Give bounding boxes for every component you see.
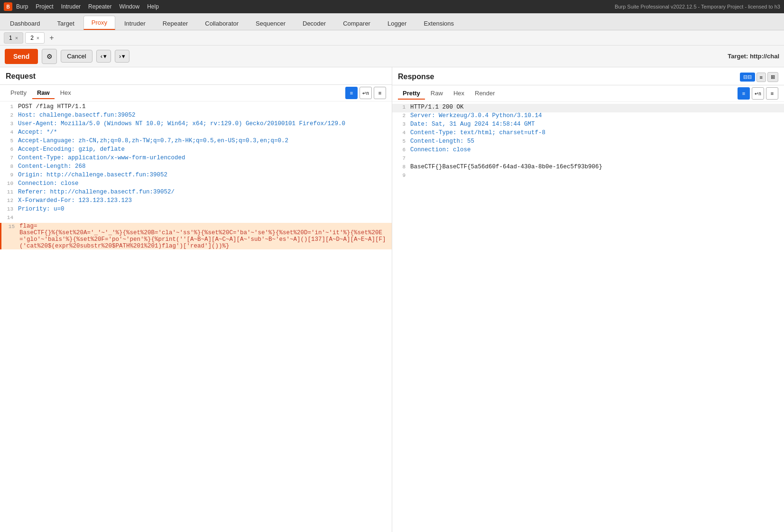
request-view-tabs: Pretty Raw Hex ≡ ↵n ≡ bbox=[0, 85, 392, 101]
tab-collaborator[interactable]: Collaborator bbox=[197, 17, 247, 30]
response-panel: Response ⊟⊟ ≡ ⊞ Pretty Raw Hex Render ≡ bbox=[392, 67, 784, 532]
tab-target[interactable]: Target bbox=[49, 17, 83, 30]
newline-icon: ↵n bbox=[362, 91, 369, 96]
table-row: 6 Connection: close bbox=[392, 147, 784, 155]
menu-icon: ≡ bbox=[378, 90, 381, 96]
table-row: 6 Accept-Encoding: gzip, deflate bbox=[0, 146, 392, 155]
send-button[interactable]: Send bbox=[5, 49, 38, 64]
chevron-left-icon: ‹ bbox=[101, 53, 102, 60]
response-header: Response ⊟⊟ ≡ ⊞ bbox=[392, 67, 784, 85]
table-row: 1 HTTP/1.1 200 OK bbox=[392, 104, 784, 112]
request-actions: ≡ ↵n ≡ bbox=[345, 87, 386, 99]
tab-2-label: 2 bbox=[30, 35, 34, 41]
table-row: 15 flag= BaseCTF{}%{%set%20A='_'~'_'%}{%… bbox=[0, 223, 392, 249]
request-tab-raw[interactable]: Raw bbox=[32, 87, 55, 99]
table-row: 7 bbox=[392, 155, 784, 164]
table-row: 4 Accept: */* bbox=[0, 129, 392, 138]
window-title: Burp Suite Professional v2022.12.5 - Tem… bbox=[615, 4, 780, 9]
tab-sequencer[interactable]: Sequencer bbox=[248, 17, 294, 30]
table-row: 10 Connection: close bbox=[0, 180, 392, 189]
response-view-tabs: Pretty Raw Hex Render ≡ ↵n ≡ bbox=[392, 85, 784, 102]
table-row: 4 Content-Type: text/html; charset=utf-8 bbox=[392, 129, 784, 138]
response-title: Response bbox=[398, 73, 434, 85]
content-area: Request Pretty Raw Hex ≡ ↵n ≡ 1 POST /fl… bbox=[0, 67, 784, 532]
table-row: 8 Content-Length: 268 bbox=[0, 163, 392, 172]
menu-burp[interactable]: Burp bbox=[16, 3, 28, 10]
request-panel: Request Pretty Raw Hex ≡ ↵n ≡ 1 POST /fl… bbox=[0, 67, 392, 532]
table-row: 13 Priority: u=0 bbox=[0, 206, 392, 214]
response-layout-buttons: ⊟⊟ ≡ ⊞ bbox=[740, 72, 778, 82]
menu-repeater[interactable]: Repeater bbox=[88, 3, 111, 10]
response-tab-render[interactable]: Render bbox=[470, 88, 500, 100]
tab-1-label: 1 bbox=[9, 35, 12, 41]
response-actions: ≡ ↵n ≡ bbox=[738, 87, 778, 100]
response-newline-button[interactable]: ↵n bbox=[752, 87, 764, 100]
request-header: Request bbox=[0, 67, 392, 85]
tab-1-close[interactable]: × bbox=[15, 35, 18, 41]
menu-intruder[interactable]: Intruder bbox=[61, 3, 81, 10]
tab-decoder[interactable]: Decoder bbox=[295, 17, 334, 30]
menu-icon: ≡ bbox=[771, 91, 774, 96]
tab-dashboard[interactable]: Dashboard bbox=[2, 17, 48, 30]
main-nav: Dashboard Target Proxy Intruder Repeater… bbox=[0, 13, 784, 30]
pretty-print-icon: ≡ bbox=[742, 91, 745, 96]
dropdown-icon-back: ▾ bbox=[103, 53, 107, 60]
request-newline-button[interactable]: ↵n bbox=[360, 87, 372, 99]
nav-forward-button[interactable]: › ▾ bbox=[115, 50, 129, 63]
response-tab-hex[interactable]: Hex bbox=[449, 88, 469, 100]
tab-intruder[interactable]: Intruder bbox=[116, 17, 154, 30]
table-row: 5 Accept-Language: zh-CN,zh;q=0.8,zh-TW;… bbox=[0, 138, 392, 146]
repeater-tab-bar: 1 × 2 × + bbox=[0, 30, 784, 46]
table-row: 2 Server: Werkzeug/3.0.4 Python/3.10.14 bbox=[392, 112, 784, 121]
dropdown-icon-fwd: ▾ bbox=[122, 53, 125, 60]
layout-vertical-button[interactable]: ⊞ bbox=[767, 72, 778, 82]
newline-icon: ↵n bbox=[755, 91, 761, 96]
vertical-icon: ⊞ bbox=[771, 74, 775, 80]
table-row: 14 bbox=[0, 214, 392, 223]
request-pretty-print-button[interactable]: ≡ bbox=[345, 87, 358, 99]
split-icon: ⊟⊟ bbox=[743, 74, 752, 80]
request-tab-pretty[interactable]: Pretty bbox=[6, 87, 31, 99]
table-row: 9 bbox=[392, 172, 784, 181]
request-code-area[interactable]: 1 POST /flag HTTP/1.1 2 Host: challenge.… bbox=[0, 101, 392, 532]
tab-logger[interactable]: Logger bbox=[379, 17, 415, 30]
add-tab-button[interactable]: + bbox=[46, 33, 56, 43]
table-row: 7 Content-Type: application/x-www-form-u… bbox=[0, 155, 392, 163]
table-row: 12 X-Forwarded-For: 123.123.123.123 bbox=[0, 197, 392, 206]
repeater-tab-1[interactable]: 1 × bbox=[4, 32, 23, 44]
table-row: 9 Origin: http://challenge.basectf.fun:3… bbox=[0, 172, 392, 180]
request-title: Request bbox=[6, 72, 36, 84]
layout-split-button[interactable]: ⊟⊟ bbox=[740, 73, 755, 82]
menu-project[interactable]: Project bbox=[36, 3, 53, 10]
response-tab-pretty[interactable]: Pretty bbox=[398, 88, 425, 100]
table-row: 3 Date: Sat, 31 Aug 2024 14:58:44 GMT bbox=[392, 121, 784, 129]
single-icon: ≡ bbox=[760, 74, 763, 80]
tab-extensions[interactable]: Extensions bbox=[415, 17, 462, 30]
menu-window[interactable]: Window bbox=[119, 3, 139, 10]
pretty-print-icon: ≡ bbox=[350, 90, 353, 96]
cancel-button[interactable]: Cancel bbox=[61, 50, 92, 63]
tab-comparer[interactable]: Comparer bbox=[335, 17, 378, 30]
table-row: 5 Content-Length: 55 bbox=[392, 138, 784, 147]
tab-repeater[interactable]: Repeater bbox=[155, 17, 196, 30]
menu-help[interactable]: Help bbox=[147, 3, 159, 10]
target-label: Target: http://chal bbox=[728, 53, 779, 60]
chevron-right-icon: › bbox=[119, 53, 121, 60]
tab-2-close[interactable]: × bbox=[37, 35, 39, 41]
menu-bar: Burp Project Intruder Repeater Window He… bbox=[16, 3, 159, 10]
response-tab-raw[interactable]: Raw bbox=[426, 88, 448, 100]
request-tab-hex[interactable]: Hex bbox=[55, 87, 76, 99]
table-row: 1 POST /flag HTTP/1.1 bbox=[0, 103, 392, 112]
table-row: 8 BaseCTF{}BaseCTF{5a56d60f-64ad-430a-8b… bbox=[392, 164, 784, 172]
settings-button[interactable]: ⚙ bbox=[42, 49, 57, 64]
table-row: 3 User-Agent: Mozilla/5.0 (Windows NT 10… bbox=[0, 120, 392, 129]
repeater-tab-2[interactable]: 2 × bbox=[25, 32, 45, 44]
app-icon: B bbox=[4, 2, 12, 11]
nav-back-button[interactable]: ‹ ▾ bbox=[96, 50, 111, 63]
tab-proxy[interactable]: Proxy bbox=[83, 16, 115, 30]
layout-single-button[interactable]: ≡ bbox=[756, 73, 766, 82]
response-code-area[interactable]: 1 HTTP/1.1 200 OK 2 Server: Werkzeug/3.0… bbox=[392, 102, 784, 532]
request-menu-button[interactable]: ≡ bbox=[374, 87, 386, 99]
response-menu-button[interactable]: ≡ bbox=[766, 87, 778, 100]
response-pretty-print-button[interactable]: ≡ bbox=[738, 87, 750, 100]
